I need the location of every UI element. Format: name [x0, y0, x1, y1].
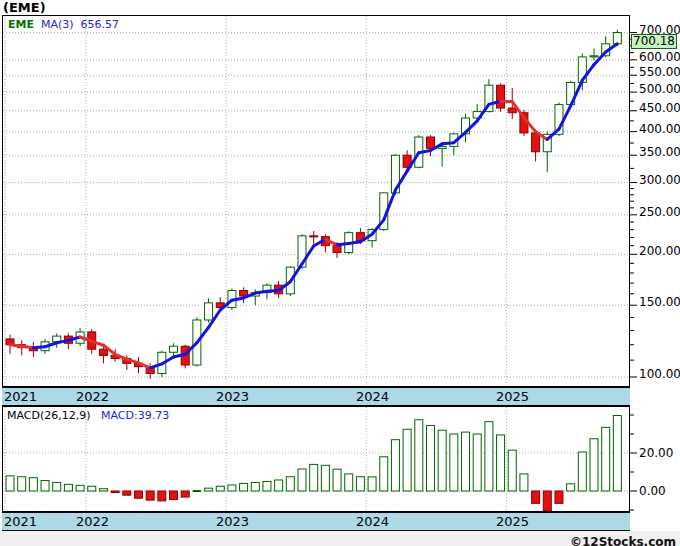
macd-bar [123, 491, 131, 495]
macd-bar [88, 486, 96, 491]
candle-body [170, 346, 178, 352]
year-label: 2023 [216, 389, 249, 405]
year-label: 2024 [356, 389, 389, 405]
macd-bar [158, 491, 166, 501]
ma-segment [337, 243, 349, 244]
macd-bar [146, 491, 154, 500]
macd-bar [391, 440, 399, 491]
price-axis-label: 150.00 [639, 295, 680, 309]
macd-bar [41, 481, 49, 491]
year-axis-main: 20212022202320242025 [2, 387, 630, 406]
macd-bar [345, 474, 353, 491]
chart-legend: EME MA(3) 656.57 [8, 18, 119, 31]
price-chart-panel: EME MA(3) 656.57 [2, 15, 630, 387]
macd-bar [578, 452, 586, 491]
ma-segment [267, 291, 279, 292]
year-label: 2025 [496, 514, 529, 530]
macd-legend: MACD(26,12,9) MACD:39.73 [7, 409, 169, 422]
macd-bar [333, 469, 341, 491]
macd-params-label: MACD(26,12,9) [7, 409, 91, 422]
macd-bar [275, 480, 283, 491]
macd-bar [590, 439, 598, 491]
ma-segment [442, 143, 454, 144]
macd-bar [403, 429, 411, 491]
macd-chart-svg [3, 407, 629, 511]
price-axis-label: 550.00 [639, 65, 680, 79]
macd-bar [18, 477, 26, 491]
price-chart-svg [3, 16, 629, 386]
candle-body [497, 85, 505, 108]
macd-bar [76, 485, 84, 491]
macd-bar [286, 477, 294, 491]
candle-body [613, 33, 621, 44]
year-label: 2025 [496, 389, 529, 405]
year-label: 2024 [356, 514, 389, 530]
macd-bar [520, 474, 528, 491]
price-axis-label: 300.00 [639, 173, 680, 187]
price-axis-label: 100.00 [639, 367, 680, 381]
candle-body [333, 246, 341, 253]
price-axis-label: 400.00 [639, 122, 680, 136]
ma-segment [22, 346, 34, 347]
candle-body [310, 236, 318, 237]
macd-bar [251, 482, 259, 491]
ma-segment [10, 345, 22, 346]
macd-bar [450, 434, 458, 491]
price-axis: 700.00600.00550.00500.00450.00400.00350.… [630, 0, 680, 546]
macd-bar [426, 425, 434, 491]
macd-axis-label: 20.00 [639, 446, 673, 460]
legend-symbol: EME [8, 18, 34, 31]
macd-bar [64, 484, 72, 491]
year-label: 2023 [216, 514, 249, 530]
legend-ma-label: MA(3) [41, 18, 74, 31]
macd-bar [228, 485, 236, 491]
macd-panel: MACD(26,12,9) MACD:39.73 [2, 406, 630, 512]
year-label: 2021 [4, 389, 37, 405]
macd-bar [111, 491, 119, 493]
price-axis-label: 450.00 [639, 101, 680, 115]
year-label: 2022 [76, 514, 109, 530]
price-axis-label: 600.00 [639, 50, 680, 64]
price-axis-label: 500.00 [639, 82, 680, 96]
macd-bar [497, 435, 505, 491]
macd-bar [368, 477, 376, 491]
macd-bar [6, 476, 14, 491]
macd-bar [415, 420, 423, 491]
legend-ma-value: 656.57 [81, 18, 120, 31]
price-axis-label: 250.00 [639, 205, 680, 219]
macd-bar [555, 491, 563, 503]
macd-bar [99, 489, 107, 491]
macd-value-label: MACD:39.73 [101, 409, 169, 422]
candle-body [205, 303, 213, 320]
macd-bar [567, 484, 575, 491]
macd-bar [298, 469, 306, 491]
macd-bar [170, 491, 178, 500]
macd-bar [473, 434, 481, 491]
candle-body [426, 137, 434, 148]
macd-bar [602, 427, 610, 491]
macd-bar [240, 483, 248, 491]
last-price-badge: 700.18 [631, 34, 677, 49]
ma-segment [594, 52, 606, 65]
macd-bar [508, 450, 516, 491]
year-label: 2021 [4, 514, 37, 530]
macd-bar [263, 482, 271, 492]
macd-bar [321, 465, 329, 491]
year-label: 2022 [76, 389, 109, 405]
candle-body [532, 133, 540, 152]
ma-segment [349, 242, 361, 244]
candle-body [590, 56, 598, 57]
candle-body [508, 108, 516, 113]
macd-bar [485, 422, 493, 491]
macd-bar [356, 477, 364, 491]
macd-axis-label: 0.00 [639, 484, 666, 498]
macd-bar [532, 491, 540, 503]
macd-bar [380, 457, 388, 491]
macd-bar [134, 491, 142, 498]
price-axis-label: 200.00 [639, 244, 680, 258]
candle-body [99, 349, 107, 355]
macd-flat-bar [193, 490, 201, 492]
price-axis-label: 350.00 [639, 145, 680, 159]
ma-segment [33, 347, 45, 348]
macd-bar [543, 491, 551, 511]
